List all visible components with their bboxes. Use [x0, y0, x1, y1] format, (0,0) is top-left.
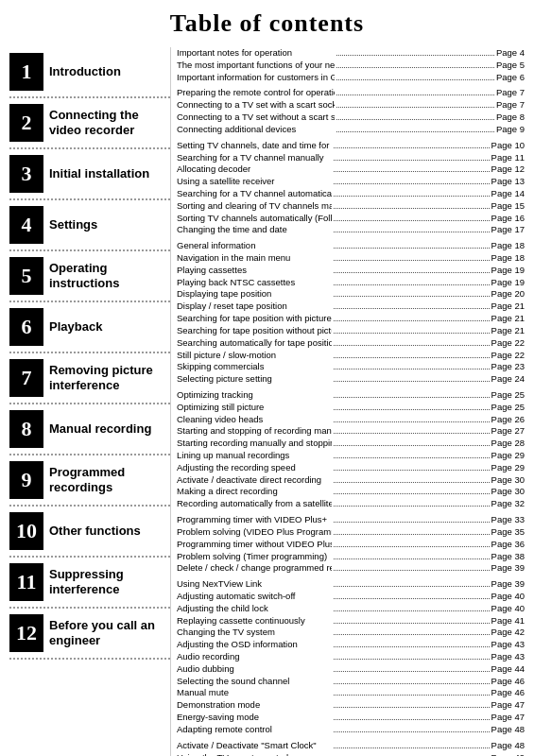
- toc-dots: [334, 747, 489, 748]
- toc-group: Using NexTView LinkPage 39Adjusting auto…: [177, 578, 525, 739]
- toc-dots: [334, 208, 489, 209]
- toc-entry-text: Setting TV channels, date and time for t…: [177, 140, 332, 152]
- toc-page: Page 21: [491, 325, 525, 337]
- toc-page: Page 10: [491, 140, 525, 152]
- toc-dots: [334, 719, 489, 720]
- toc-entry: Playing cassettesPage 19: [177, 265, 525, 277]
- toc-page: Page 18: [491, 252, 525, 265]
- toc-dots: [334, 445, 489, 446]
- toc-entry: Using a satellite receiverPage 13: [177, 176, 525, 188]
- toc-group: General informationPage 18Navigation in …: [177, 240, 525, 388]
- toc-dots: [334, 369, 489, 369]
- toc-page: Page 33: [491, 514, 525, 526]
- toc-entry-text: Activate / Deactivate "Smart Clock": [177, 740, 332, 752]
- toc-entry-text: Sorting TV channels automatically (Follo…: [177, 213, 332, 225]
- toc-entry: Connecting to a TV set without a scart s…: [177, 112, 525, 124]
- toc-entry-text: Problem solving (VIDEO Plus Programming): [177, 526, 332, 539]
- toc-entry: Starting and stopping of recording manua…: [177, 425, 525, 438]
- toc-dots: [334, 284, 489, 285]
- toc-page: Page 4: [496, 47, 525, 60]
- toc-page: Page 21: [491, 301, 525, 313]
- toc-entry: Adapting remote controlPage 48: [177, 724, 525, 736]
- chapter-number: 9: [9, 461, 43, 499]
- chapter-block: 11Suppressing interference: [9, 558, 170, 609]
- toc-dots: [334, 731, 489, 732]
- toc-entry-text: Problem solving (Timer programming): [177, 551, 332, 563]
- toc-entry: Searching automatically for tape positio…: [177, 337, 525, 350]
- chapter-block: 10Other functions: [9, 507, 170, 558]
- toc-dots: [334, 623, 489, 624]
- toc-page: Page 47: [491, 712, 525, 724]
- toc-entry: Sorting and clearing of TV channels manu…: [177, 200, 525, 213]
- toc-entry: Important notes for operationPage 4: [177, 47, 525, 60]
- toc-entry-text: Using NexTView Link: [177, 578, 332, 591]
- toc-entry: Sorting TV channels automatically (Follo…: [177, 213, 525, 225]
- toc-page: Page 43: [491, 639, 525, 651]
- toc-dots: [336, 79, 494, 80]
- toc-entry: Display / reset tape positionPage 21: [177, 301, 525, 313]
- chapter-block: 1Introduction: [9, 47, 170, 98]
- toc-dots: [334, 397, 489, 398]
- chapter-list: 1Introduction2Connecting the video recor…: [9, 47, 170, 756]
- toc-dots: [334, 333, 489, 334]
- content-area: 1Introduction2Connecting the video recor…: [9, 47, 525, 756]
- toc-dots: [334, 272, 489, 273]
- toc-dots: [336, 94, 494, 95]
- chapter-block: 8Manual recording: [9, 404, 170, 455]
- toc-entry: Navigation in the main menuPage 18: [177, 252, 525, 265]
- toc-dots: [336, 131, 494, 132]
- toc-entry-text: Selecting the sound channel: [177, 676, 332, 688]
- toc-dots: [334, 558, 489, 559]
- toc-entry: Adjusting the recording speedPage 29: [177, 462, 525, 474]
- chapter-block: 6Playback: [9, 302, 170, 353]
- toc-group: Setting TV channels, date and time for t…: [177, 140, 525, 240]
- chapter-number: 4: [9, 206, 43, 244]
- toc-entry-text: Activate / deactivate direct recording: [177, 474, 332, 487]
- toc-dots: [334, 707, 489, 708]
- toc-entry: Demonstration modePage 47: [177, 699, 525, 712]
- toc-entry: Searching for tape position with picture…: [177, 313, 525, 325]
- toc-entry-text: Energy-saving mode: [177, 712, 332, 724]
- toc-entry: Setting TV channels, date and time for t…: [177, 140, 525, 152]
- toc-dots: [334, 433, 489, 434]
- toc-entry: Using the TV remote controlPage 49: [177, 752, 525, 757]
- toc-dots: [336, 55, 494, 56]
- toc-page: Page 39: [491, 578, 525, 591]
- toc-entry-text: Selecting picture setting: [177, 373, 332, 386]
- toc-entry: Using NexTView LinkPage 39: [177, 578, 525, 591]
- toc-page: Page 48: [491, 724, 525, 736]
- toc-entry: Searching for tape position without pict…: [177, 325, 525, 337]
- chapter-number: 5: [9, 257, 43, 295]
- toc-dots: [334, 381, 489, 382]
- toc-dots: [336, 107, 494, 108]
- toc-page: Page 39: [491, 562, 525, 575]
- toc-entry: Changing the time and datePage 17: [177, 224, 525, 236]
- toc-page: Page 29: [491, 450, 525, 462]
- toc-page: Page 38: [491, 551, 525, 563]
- toc-group: Optimizing trackingPage 25Optimizing sti…: [177, 389, 525, 513]
- chapter-title: Playback: [49, 306, 170, 348]
- chapter-number: 2: [9, 104, 43, 142]
- toc-dots: [334, 457, 489, 458]
- toc-dots: [334, 683, 489, 684]
- toc-group: Important notes for operationPage 4The m…: [177, 47, 525, 86]
- toc-dots: [334, 220, 489, 221]
- toc-entry: Playing back NTSC cassettesPage 19: [177, 277, 525, 289]
- toc-entry-text: Display / reset tape position: [177, 301, 332, 313]
- chapter-title: Connecting the video recorder: [49, 102, 170, 144]
- toc-entry-text: Cleaning video heads: [177, 414, 332, 426]
- toc-page: Page 23: [491, 361, 525, 373]
- toc-dots: [334, 308, 489, 309]
- toc-dots: [334, 598, 489, 599]
- toc-entry-text: Using a satellite receiver: [177, 176, 332, 188]
- toc-page: Page 20: [491, 288, 525, 301]
- chapter-block: 3Initial installation: [9, 149, 170, 200]
- toc-page: Page 40: [491, 591, 525, 603]
- chapter-title: Before you call an engineer: [49, 612, 170, 654]
- toc-entry: Selecting picture settingPage 24: [177, 373, 525, 386]
- toc-entry-text: Searching for a TV channel manually: [177, 152, 332, 164]
- toc-page: Page 25: [491, 402, 525, 414]
- chapter-title: Programmed recordings: [49, 459, 170, 501]
- chapter-block: 7Removing picture interference: [9, 353, 170, 404]
- toc-entry: Still picture / slow-motionPage 22: [177, 350, 525, 362]
